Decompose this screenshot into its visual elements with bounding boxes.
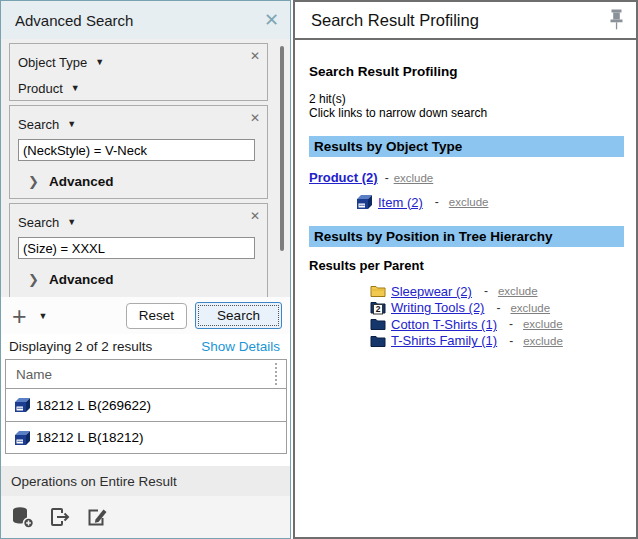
parent-link[interactable]: Sleepwear (2) — [391, 284, 472, 299]
parent-link[interactable]: T-Shirts Family (1) — [391, 333, 497, 348]
separator: - — [435, 195, 439, 209]
search-button[interactable]: Search — [195, 302, 282, 329]
criteria-scrollbar[interactable] — [279, 43, 285, 291]
section-header-object-type: Results by Object Type — [309, 136, 624, 157]
exclude-link[interactable]: exclude — [449, 196, 489, 208]
object-type-label: Object Type — [18, 55, 87, 70]
results-summary-row: Displaying 2 of 2 results Show Details — [1, 334, 290, 358]
add-criterion-menu-icon[interactable]: ▼ — [39, 311, 48, 321]
size-criteria-input[interactable] — [18, 237, 255, 259]
section-header-hierarchy: Results by Position in Tree Hierarchy — [309, 226, 624, 247]
close-icon[interactable]: ✕ — [264, 11, 279, 29]
separator: - — [509, 317, 513, 331]
folder-yellow-icon — [370, 284, 386, 298]
edit-icon[interactable] — [85, 505, 109, 529]
object-type-value-dropdown[interactable]: Product ▼ — [18, 75, 259, 101]
separator: - — [509, 334, 513, 348]
results-table: Name 18212 L B(269 — [5, 359, 287, 454]
scrollbar-thumb[interactable] — [280, 46, 284, 251]
criterion-neckstyle: ✕ Search ▼ ❯ Advanced — [9, 105, 268, 199]
part-cube-icon — [356, 194, 373, 210]
folder-navy-icon — [370, 317, 386, 331]
badge-number: 2 — [376, 304, 381, 314]
profile-row: Product (2) - exclude — [309, 170, 630, 185]
profiling-heading: Search Result Profiling — [309, 64, 630, 79]
name-column-header[interactable]: Name — [16, 367, 52, 382]
remove-criterion-icon[interactable]: ✕ — [250, 49, 260, 63]
advanced-expander[interactable]: ❯ Advanced — [28, 174, 259, 189]
advanced-search-panel: Advanced Search ✕ ✕ Object Type ▼ Produc… — [0, 0, 291, 539]
export-icon[interactable] — [48, 505, 72, 529]
profile-row: Cotton T-Shirts (1) - exclude — [309, 316, 630, 333]
neckstyle-criteria-input[interactable] — [18, 139, 255, 161]
search-actions-row: + ▼ Reset Search — [1, 297, 290, 334]
screen: Advanced Search ✕ ✕ Object Type ▼ Produc… — [0, 0, 638, 539]
search-field-label: Search — [18, 215, 59, 230]
object-type-dropdown[interactable]: Object Type ▼ — [18, 49, 259, 75]
show-details-link[interactable]: Show Details — [201, 339, 280, 354]
operations-toolbar — [1, 496, 290, 538]
part-cube-icon — [14, 430, 31, 446]
table-header-row: Name — [6, 360, 286, 389]
result-name: 18212 L B(18212) — [36, 430, 144, 445]
chevron-down-icon: ▼ — [67, 120, 76, 129]
result-name: 18212 L B(269622) — [36, 398, 151, 413]
separator: - — [484, 284, 488, 298]
chevron-down-icon: ▼ — [95, 58, 104, 67]
profile-row: Item (2) - exclude — [309, 194, 630, 210]
add-criterion-icon[interactable]: + — [12, 306, 27, 326]
exclude-link[interactable]: exclude — [523, 318, 563, 330]
spacer — [1, 454, 290, 466]
profile-row: Sleepwear (2) - exclude — [309, 283, 630, 300]
profile-row: T-Shirts Family (1) - exclude — [309, 333, 630, 350]
exclude-link[interactable]: exclude — [394, 172, 434, 184]
item-link[interactable]: Item (2) — [378, 195, 423, 210]
advanced-expander[interactable]: ❯ Advanced — [28, 272, 259, 287]
operations-header-label: Operations on Entire Result — [11, 474, 177, 489]
operations-header: Operations on Entire Result — [1, 466, 290, 496]
add-to-collection-icon[interactable] — [11, 505, 35, 529]
chevron-right-icon: ❯ — [28, 175, 39, 188]
separator: - — [496, 301, 500, 315]
profiling-panel: Search Result Profiling Search Result Pr… — [293, 0, 638, 539]
search-field-dropdown[interactable]: Search ▼ — [18, 209, 259, 235]
object-type-value: Product — [18, 81, 63, 96]
profile-row: 2 Writing Tools (2) - exclude — [309, 300, 630, 317]
profiling-titlebar: Search Result Profiling — [295, 2, 636, 40]
advanced-search-titlebar: Advanced Search ✕ — [1, 1, 290, 39]
panel-title: Advanced Search — [15, 12, 264, 29]
table-row[interactable]: 18212 L B(269622) — [6, 389, 286, 421]
parent-link[interactable]: Cotton T-Shirts (1) — [391, 317, 497, 332]
exclude-link[interactable]: exclude — [510, 302, 550, 314]
remove-criterion-icon[interactable]: ✕ — [250, 111, 260, 125]
search-field-label: Search — [18, 117, 59, 132]
product-link[interactable]: Product (2) — [309, 170, 378, 185]
column-options-icon[interactable] — [275, 363, 277, 385]
profiling-title: Search Result Profiling — [311, 11, 609, 30]
reset-button[interactable]: Reset — [126, 303, 187, 329]
table-row[interactable]: 18212 L B(18212) — [6, 421, 286, 453]
remove-criterion-icon[interactable]: ✕ — [250, 209, 260, 223]
chevron-right-icon: ❯ — [28, 273, 39, 286]
advanced-label: Advanced — [49, 174, 114, 189]
exclude-link[interactable]: exclude — [523, 335, 563, 347]
part-cube-icon — [14, 397, 31, 413]
criterion-object-type: ✕ Object Type ▼ Product ▼ — [9, 43, 268, 101]
search-field-dropdown[interactable]: Search ▼ — [18, 111, 259, 137]
separator: - — [385, 171, 389, 185]
instruction-text: Click links to narrow down search — [309, 106, 630, 120]
hit-count: 2 hit(s) — [309, 92, 630, 106]
profiling-content: Search Result Profiling 2 hit(s) Click l… — [295, 40, 636, 349]
results-count: Displaying 2 of 2 results — [9, 339, 152, 354]
criteria-list: ✕ Object Type ▼ Product ▼ ✕ Search ▼ — [1, 39, 290, 297]
parent-link[interactable]: Writing Tools (2) — [391, 300, 484, 315]
pin-icon[interactable] — [609, 8, 624, 32]
chevron-down-icon: ▼ — [67, 218, 76, 227]
chevron-down-icon: ▼ — [71, 84, 80, 93]
criterion-size: ✕ Search ▼ ❯ Advanced — [9, 203, 268, 297]
results-per-parent-label: Results per Parent — [309, 258, 630, 273]
folder-badge-icon: 2 — [370, 301, 386, 315]
exclude-link[interactable]: exclude — [498, 285, 538, 297]
advanced-label: Advanced — [49, 272, 114, 287]
folder-navy-icon — [370, 334, 386, 348]
